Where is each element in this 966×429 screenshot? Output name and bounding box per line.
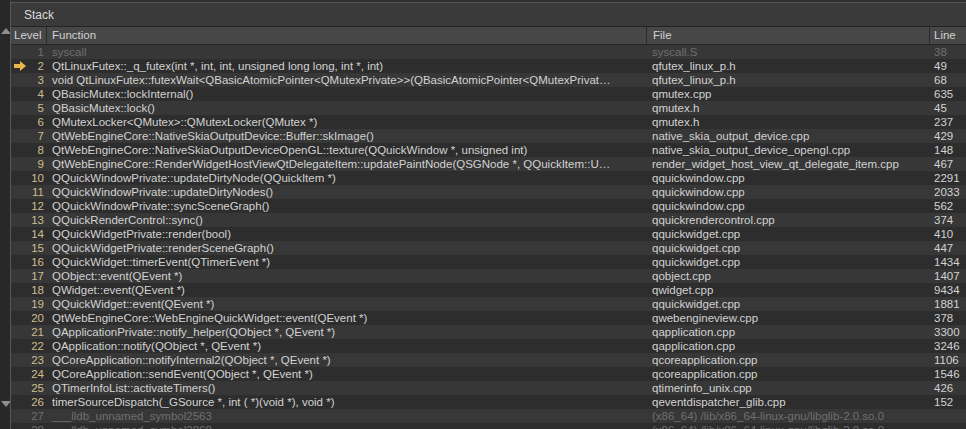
frame-level: 13 bbox=[31, 214, 44, 226]
stack-frame-row[interactable]: 5 QBasicMutex::lock() qmutex.h 45 bbox=[11, 101, 966, 115]
frame-file: qmutex.cpp bbox=[646, 87, 929, 101]
frame-level: 21 bbox=[31, 326, 44, 338]
frame-file: qfutex_linux_p.h bbox=[646, 73, 929, 87]
frame-file: qobject.cpp bbox=[646, 269, 929, 283]
stack-frame-row[interactable]: 27 ___lldb_unnamed_symbol2563 (x86_64) /… bbox=[11, 409, 966, 423]
frame-level: 22 bbox=[31, 340, 44, 352]
stack-frame-row[interactable]: 11 QQuickWindowPrivate::updateDirtyNodes… bbox=[11, 185, 966, 199]
frame-level-cell: 11 bbox=[11, 185, 46, 199]
frame-level-cell: 15 bbox=[11, 241, 46, 255]
frame-level-cell: 20 bbox=[11, 311, 46, 325]
frame-level: 3 bbox=[38, 74, 44, 86]
frame-level-cell: 16 bbox=[11, 255, 46, 269]
stack-frame-row[interactable]: 15 QQuickWidgetPrivate::renderSceneGraph… bbox=[11, 241, 966, 255]
stack-frame-row[interactable]: 3 void QtLinuxFutex::futexWait<QBasicAto… bbox=[11, 73, 966, 87]
stack-frame-row[interactable]: 13 QQuickRenderControl::sync() qquickren… bbox=[11, 213, 966, 227]
frame-line: 1881 bbox=[929, 297, 966, 311]
frame-level: 1 bbox=[38, 46, 44, 58]
stack-panel: Stack Level Function File Line 1 syscall… bbox=[10, 0, 966, 429]
frame-level-cell: 14 bbox=[11, 227, 46, 241]
column-header-line[interactable]: Line bbox=[929, 27, 966, 44]
frame-level-cell: 27 bbox=[11, 409, 46, 423]
frame-line: 426 bbox=[929, 381, 966, 395]
frame-function: QApplicationPrivate::notify_helper(QObje… bbox=[46, 325, 646, 339]
column-header-function[interactable]: Function bbox=[46, 27, 646, 44]
stack-frame-row[interactable]: 2 QtLinuxFutex::_q_futex(int *, int, int… bbox=[11, 59, 966, 73]
stack-frame-row[interactable]: 22 QApplication::notify(QObject *, QEven… bbox=[11, 339, 966, 353]
frame-level: 6 bbox=[38, 116, 44, 128]
frame-function: QQuickWindowPrivate::updateDirtyNode(QQu… bbox=[46, 171, 646, 185]
adjacent-panel-edge bbox=[0, 0, 10, 429]
stack-frame-row[interactable]: 14 QQuickWidgetPrivate::render(bool) qqu… bbox=[11, 227, 966, 241]
frame-line: 152 bbox=[929, 395, 966, 409]
stack-frame-row[interactable]: 24 QCoreApplication::sendEvent(QObject *… bbox=[11, 367, 966, 381]
frame-level: 8 bbox=[38, 144, 44, 156]
stack-frame-row[interactable]: 20 QtWebEngineCore::WebEngineQuickWidget… bbox=[11, 311, 966, 325]
frame-function: QQuickWindowPrivate::syncSceneGraph() bbox=[46, 199, 646, 213]
frame-function: QCoreApplication::notifyInternal2(QObjec… bbox=[46, 353, 646, 367]
frame-file: qtimerinfo_unix.cpp bbox=[646, 381, 929, 395]
frame-level-cell: 22 bbox=[11, 339, 46, 353]
frame-file: native_skia_output_device_opengl.cpp bbox=[646, 143, 929, 157]
frame-function: QMutexLocker<QMutex>::QMutexLocker(QMute… bbox=[46, 115, 646, 129]
frame-function: QQuickWidget::timerEvent(QTimerEvent *) bbox=[46, 255, 646, 269]
stack-frame-row[interactable]: 16 QQuickWidget::timerEvent(QTimerEvent … bbox=[11, 255, 966, 269]
frame-function: syscall bbox=[46, 45, 646, 59]
stack-frame-row[interactable]: 6 QMutexLocker<QMutex>::QMutexLocker(QMu… bbox=[11, 115, 966, 129]
frame-line: 3246 bbox=[929, 339, 966, 353]
stack-frame-row[interactable]: 21 QApplicationPrivate::notify_helper(QO… bbox=[11, 325, 966, 339]
column-header-file[interactable]: File bbox=[646, 27, 929, 44]
frame-level: 28 bbox=[31, 424, 44, 429]
frame-line: 2291 bbox=[929, 171, 966, 185]
stack-frame-row[interactable]: 26 timerSourceDispatch(_GSource *, int (… bbox=[11, 395, 966, 409]
stack-frame-row[interactable]: 19 QQuickWidget::event(QEvent *) qquickw… bbox=[11, 297, 966, 311]
frame-file: qapplication.cpp bbox=[646, 325, 929, 339]
stack-frame-row[interactable]: 1 syscall syscall.S 38 bbox=[11, 45, 966, 59]
frame-level-cell: 4 bbox=[11, 87, 46, 101]
frame-function: void QtLinuxFutex::futexWait<QBasicAtomi… bbox=[46, 73, 646, 87]
stack-frame-list: 1 syscall syscall.S 38 2 QtLinuxFutex::_… bbox=[11, 45, 966, 429]
frame-file: qwidget.cpp bbox=[646, 283, 929, 297]
frame-file: qcoreapplication.cpp bbox=[646, 367, 929, 381]
frame-line: 1106 bbox=[929, 353, 966, 367]
frame-function: QTimerInfoList::activateTimers() bbox=[46, 381, 646, 395]
frame-line: 9434 bbox=[929, 283, 966, 297]
column-header-level[interactable]: Level bbox=[11, 27, 46, 44]
stack-frame-row[interactable]: 10 QQuickWindowPrivate::updateDirtyNode(… bbox=[11, 171, 966, 185]
stack-frame-row[interactable]: 17 QObject::event(QEvent *) qobject.cpp … bbox=[11, 269, 966, 283]
frame-line: 562 bbox=[929, 199, 966, 213]
frame-line bbox=[929, 409, 966, 423]
frame-level: 9 bbox=[38, 158, 44, 170]
frame-line bbox=[929, 423, 966, 429]
stack-frame-row[interactable]: 12 QQuickWindowPrivate::syncSceneGraph()… bbox=[11, 199, 966, 213]
frame-line: 429 bbox=[929, 129, 966, 143]
frame-file: qmutex.h bbox=[646, 115, 929, 129]
frame-level: 11 bbox=[32, 186, 44, 198]
stack-frame-row[interactable]: 4 QBasicMutex::lockInternal() qmutex.cpp… bbox=[11, 87, 966, 101]
frame-level: 25 bbox=[31, 382, 44, 394]
stack-frame-row[interactable]: 23 QCoreApplication::notifyInternal2(QOb… bbox=[11, 353, 966, 367]
frame-function: QWidget::event(QEvent *) bbox=[46, 283, 646, 297]
frame-line: 635 bbox=[929, 87, 966, 101]
frame-level-cell: 28 bbox=[11, 423, 46, 429]
frame-level-cell: 5 bbox=[11, 101, 46, 115]
frame-file: (x86_64) /lib/x86_64-linux-gnu/libglib-2… bbox=[646, 423, 929, 429]
frame-level-cell: 19 bbox=[11, 297, 46, 311]
frame-level-cell: 7 bbox=[11, 129, 46, 143]
frame-level-cell: 25 bbox=[11, 381, 46, 395]
frame-level-cell: 21 bbox=[11, 325, 46, 339]
frame-level: 7 bbox=[38, 130, 44, 142]
frame-level: 2 bbox=[38, 60, 44, 72]
frame-level-cell: 9 bbox=[11, 157, 46, 171]
stack-frame-row[interactable]: 7 QtWebEngineCore::NativeSkiaOutputDevic… bbox=[11, 129, 966, 143]
frame-function: ___lldb_unnamed_symbol2563 bbox=[46, 409, 646, 423]
stack-frame-row[interactable]: 8 QtWebEngineCore::NativeSkiaOutputDevic… bbox=[11, 143, 966, 157]
frame-line: 467 bbox=[929, 157, 966, 171]
frame-function: QQuickRenderControl::sync() bbox=[46, 213, 646, 227]
stack-frame-row[interactable]: 9 QtWebEngineCore::RenderWidgetHostViewQ… bbox=[11, 157, 966, 171]
stack-frame-row[interactable]: 28 ___lldb_unnamed_symbol2868 (x86_64) /… bbox=[11, 423, 966, 429]
stack-frame-row[interactable]: 25 QTimerInfoList::activateTimers() qtim… bbox=[11, 381, 966, 395]
frame-level: 17 bbox=[31, 270, 44, 282]
stack-frame-row[interactable]: 18 QWidget::event(QEvent *) qwidget.cpp … bbox=[11, 283, 966, 297]
frame-file: qwebengineview.cpp bbox=[646, 311, 929, 325]
